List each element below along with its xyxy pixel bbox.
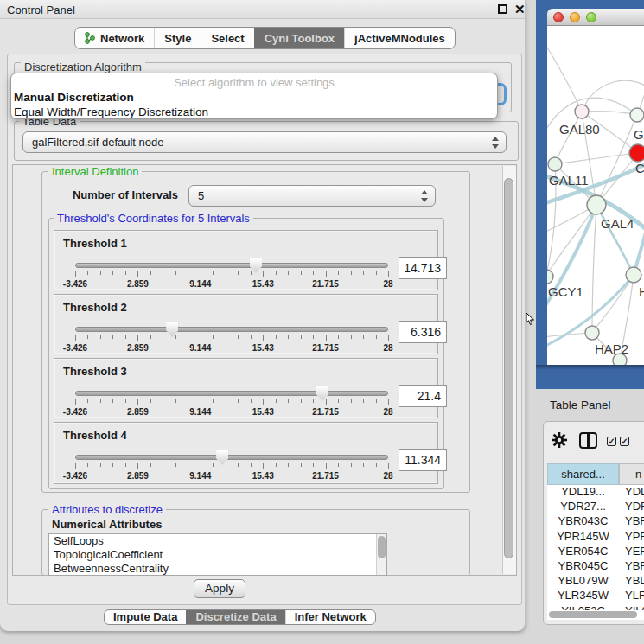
network-edge[interactable] — [547, 41, 582, 112]
close-icon[interactable]: ✕ — [514, 2, 526, 16]
interval-definition-label: Interval Definition — [48, 165, 142, 178]
tick-mark — [226, 271, 226, 275]
threshold-slider-4[interactable]: -3.4262.8599.14415.4321.71528 — [75, 451, 388, 482]
network-node-gal4[interactable] — [587, 195, 606, 214]
tick-mark — [125, 399, 126, 403]
tick-mark — [175, 335, 176, 339]
network-edge[interactable] — [596, 115, 637, 205]
tab-select[interactable]: Select — [201, 28, 253, 48]
column-header-shared-name[interactable]: shared... — [547, 463, 619, 485]
checkbox-icon[interactable]: ✓ — [620, 437, 629, 446]
horizontal-scrollbar-thumb[interactable] — [549, 611, 637, 618]
tab-network[interactable]: Network — [75, 28, 154, 48]
slider-tick-scale — [75, 335, 388, 342]
network-graph[interactable]: GAL80GACGAL11GAL4GCY1HHAP2 — [547, 26, 644, 365]
tick-label: -3.426 — [63, 279, 87, 289]
attribute-list-item[interactable]: SelfLoops — [49, 534, 386, 548]
slider-track[interactable] — [75, 391, 388, 396]
algorithm-option-manual-discretization[interactable]: Manual Discretization — [14, 90, 500, 105]
numerical-attributes-list[interactable]: SelfLoopsTopologicalCoefficientBetweenne… — [48, 533, 387, 576]
tick-mark — [351, 271, 352, 275]
threshold-slider-1[interactable]: -3.4262.8599.14415.4321.71528 — [75, 259, 388, 290]
network-node-c[interactable] — [629, 144, 644, 162]
network-node-h[interactable] — [626, 267, 641, 283]
tick-mark — [263, 463, 264, 469]
gear-icon[interactable] — [552, 432, 567, 451]
tick-label: 15.43 — [252, 407, 274, 417]
table-row[interactable]: YIL052CYIL05 — [547, 604, 644, 611]
slider-track[interactable] — [75, 455, 388, 460]
tab-jactivemnodules[interactable]: jActiveMNodules — [344, 28, 455, 48]
slider-track[interactable] — [75, 327, 388, 332]
network-node-gal80[interactable] — [575, 105, 589, 118]
algorithm-option-equal-width-frequency-discretization[interactable]: Equal Width/Frequency Discretization — [14, 105, 500, 119]
threshold-slider-3[interactable]: -3.4262.8599.14415.4321.71528 — [75, 387, 388, 418]
threshold-slider-2[interactable]: -3.4262.8599.14415.4321.71528 — [75, 323, 388, 354]
table-row[interactable]: YER054CYER05 — [547, 545, 644, 559]
table-row[interactable]: YDL19...YDL19 — [547, 485, 644, 500]
table-row[interactable]: YBL079WYBL07 — [547, 574, 644, 589]
table-row[interactable]: YDR27...YDR27 — [547, 500, 644, 514]
threshold-value-field[interactable]: 14.713 — [399, 257, 447, 279]
tick-mark — [376, 335, 377, 339]
tick-label: 15.43 — [252, 471, 274, 481]
table-data-combo[interactable]: galFiltered.sif default node — [22, 131, 507, 153]
tick-mark — [87, 335, 88, 339]
column-header-name[interactable]: n — [619, 463, 644, 485]
network-edge[interactable] — [555, 153, 638, 164]
cell-name: YBR04 — [619, 559, 644, 574]
network-edge[interactable] — [555, 112, 582, 164]
thresholds-group-label: Threshold's Coordinates for 5 Intervals — [54, 212, 253, 225]
zoom-traffic-light-icon[interactable] — [586, 12, 596, 22]
close-traffic-light-icon[interactable] — [553, 12, 564, 22]
list-scrollbar-track[interactable] — [376, 534, 386, 575]
attribute-list-item[interactable]: TopologicalCoefficient — [49, 548, 386, 562]
attribute-list-item[interactable]: BetweennessCentrality — [49, 562, 386, 576]
number-of-intervals-label: Number of Intervals — [69, 188, 178, 201]
tick-mark — [175, 399, 176, 403]
split-column-icon[interactable] — [579, 432, 597, 449]
vertical-scrollbar-thumb[interactable] — [504, 178, 513, 558]
tick-mark — [100, 463, 101, 467]
apply-button[interactable]: Apply — [194, 579, 245, 598]
list-scrollbar-thumb[interactable] — [378, 536, 386, 558]
slider-track[interactable] — [75, 263, 388, 268]
algorithm-dropdown-popup: Select algorithm to view settings Manual… — [10, 73, 498, 119]
tick-mark — [188, 271, 188, 275]
network-edge[interactable] — [582, 112, 637, 115]
network-canvas[interactable]: GAL80GACGAL11GAL4GCY1HHAP2 — [547, 26, 644, 365]
table-row[interactable]: YBR045CYBR04 — [547, 559, 644, 574]
tick-mark — [137, 399, 138, 405]
network-node-gal11[interactable] — [548, 157, 562, 171]
network-node-hap2[interactable] — [585, 326, 599, 340]
tab-style[interactable]: Style — [154, 28, 201, 48]
tick-label: 28 — [383, 407, 392, 417]
tick-label: -3.426 — [63, 343, 87, 353]
threshold-value-field[interactable]: 21.4 — [399, 385, 447, 407]
threshold-value-field[interactable]: 11.344 — [399, 449, 447, 471]
cell-name: YPR14 — [619, 530, 644, 545]
network-node-ga[interactable] — [630, 108, 644, 122]
checkbox-icon[interactable]: ✓ — [607, 437, 616, 446]
threshold-value-field[interactable]: 6.316 — [399, 321, 447, 343]
tab-discretize-data[interactable]: Discretize Data — [186, 610, 284, 624]
table-row[interactable]: YBR043CYBR04 — [547, 514, 644, 529]
network-node-gcy1[interactable] — [547, 270, 553, 284]
node-label: GAL80 — [559, 122, 600, 137]
table-row[interactable]: YLR345WYLR34 — [547, 589, 644, 603]
table-row[interactable]: YPR145WYPR14 — [547, 530, 644, 545]
float-window-button[interactable] — [498, 4, 507, 14]
number-of-intervals-combo[interactable]: 5 — [188, 185, 436, 207]
tab-impute-data[interactable]: Impute Data — [105, 610, 186, 624]
tab-cyni-toolbox[interactable]: Cyni Toolbox — [254, 28, 344, 48]
tick-mark — [163, 335, 163, 339]
horizontal-scrollbar-track[interactable] — [547, 610, 642, 619]
tab-infer-network[interactable]: Infer Network — [285, 610, 375, 624]
slider-tick-labels: -3.4262.8599.14415.4321.71528 — [75, 279, 388, 290]
network-edge[interactable] — [582, 80, 644, 112]
tick-mark — [338, 463, 339, 467]
tick-mark — [125, 463, 126, 467]
tick-mark — [213, 399, 214, 403]
tick-mark — [301, 463, 302, 467]
minimize-traffic-light-icon[interactable] — [570, 12, 580, 22]
